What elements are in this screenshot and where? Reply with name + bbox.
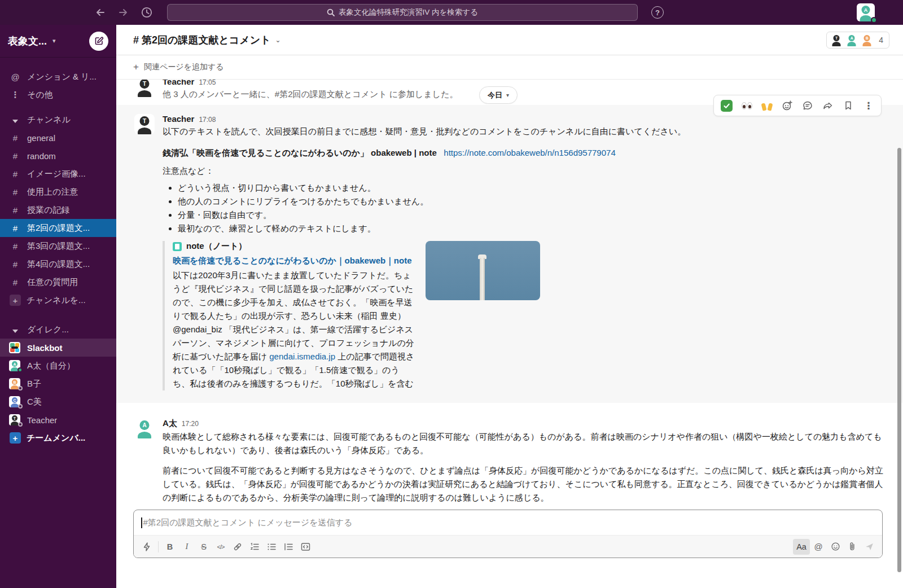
preview-thumbnail-image[interactable] [426,241,540,300]
plus-icon: + [10,432,21,444]
channel-members-button[interactable]: T A B 4 [826,32,889,49]
invite-teammates-button[interactable]: + チームメンバ... [0,429,116,447]
history-back-button[interactable] [94,6,107,19]
search-input[interactable]: 表象文化論特殊研究演習IV 内を検索する [167,4,638,21]
eyes-emoji[interactable] [738,97,756,114]
bullet-item: 他の人のコメントにリプライをつけるかたちでもかまいません。 [178,195,889,208]
formatting-toggle-button[interactable]: Aa [793,539,810,555]
more-actions-icon[interactable]: ⋮ [860,97,878,114]
composer-toolbar: B I S </> Aa @ [134,535,882,558]
sidebar-channel-random[interactable]: #random [0,147,116,165]
dm-name: B子 [27,379,41,389]
strikethrough-icon[interactable]: S [195,539,212,555]
member-avatar-a: A [845,34,858,46]
text-caret [141,517,142,528]
bookmark-bar: + 関連ページを追加する [116,55,903,80]
bold-icon[interactable]: B [161,539,178,555]
channels-section-header[interactable]: チャンネル [0,111,116,129]
note-site-icon [173,242,182,251]
gendai-link[interactable]: gendai.ismedia.jp [269,352,335,361]
sidebar: 表象文... ▾ @ メンション & リ... ⋮ その他 チャンネル #gen… [0,25,116,588]
message-sender[interactable]: A太 [163,418,177,429]
sidebar-channel-image[interactable]: #イメージ画像... [0,165,116,183]
history-menu-button[interactable] [140,6,154,19]
vertical-dots-icon: ⋮ [9,90,21,100]
forward-icon[interactable] [819,97,837,114]
channel-link[interactable]: #第2回の課題文献とコメント [275,89,387,99]
date-label: 今日 [488,90,502,100]
message-text: 以下のテキストを読んで、次回授業日の前日までに感想・疑問・意見・批判などのコメン… [163,125,889,138]
raising-hands-emoji[interactable] [758,97,776,114]
mention-icon[interactable]: @ [810,539,827,555]
slackbot-avatar [9,342,21,353]
message-sender[interactable]: Teacher [163,80,194,86]
hash-icon: # [9,242,21,251]
dm-item-cmi[interactable]: C C美 [0,393,116,411]
channel-label: 第4回の課題文... [27,259,90,270]
sidebar-channel-class-records[interactable]: #授業の記録 [0,201,116,219]
code-icon[interactable]: </> [212,539,229,555]
sidebar-channel-assignment3[interactable]: #第3回の課題文... [0,237,116,255]
add-channel-button[interactable]: + チャンネルを... [0,291,116,309]
link-icon[interactable] [229,539,246,555]
help-button[interactable]: ? [651,6,664,19]
channel-header: # 第2回の課題文献とコメント ⌄ T A B 4 [116,25,903,55]
vertical-scrollbar[interactable] [897,148,901,572]
dm-item-ata-self[interactable]: A A太（自分） [0,357,116,375]
at-icon: @ [9,72,21,82]
date-divider-button[interactable]: 今日 ▾ [479,86,518,104]
composer-input[interactable]: #第2回の課題文献とコメント にメッセージを送信する [134,510,882,536]
hash-icon: # [9,169,21,179]
sidebar-channel-usage-notes[interactable]: #使用上の注意 [0,183,116,201]
plus-icon: + [133,62,139,73]
presence-online-icon [871,17,877,23]
add-channel-label: チャンネルを... [27,295,86,306]
message-timestamp[interactable]: 17:08 [199,116,216,124]
sidebar-channel-assignment2-selected[interactable]: #第2回の課題文... [0,219,116,237]
sidebar-channel-general[interactable]: #general [0,129,116,147]
user-menu-button[interactable]: A [857,3,875,21]
dm-item-slackbot[interactable]: Slackbot [0,339,116,357]
channel-title[interactable]: # 第2回の課題文献とコメント [133,33,271,47]
sidebar-channel-questions[interactable]: #任意の質問用 [0,273,116,291]
search-placeholder: 表象文化論特殊研究演習IV 内を検索する [339,7,478,17]
ata-avatar[interactable]: A [134,418,155,438]
message-timestamp[interactable]: 17:05 [199,80,216,86]
save-icon[interactable] [839,97,857,114]
add-bookmark-button[interactable]: 関連ページを追加する [144,62,224,72]
message-timestamp[interactable]: 17:20 [182,420,199,428]
italic-icon[interactable]: I [178,539,195,555]
compose-button[interactable] [89,32,108,51]
message-actions-toolbar: ⋮ [713,95,882,116]
code-block-icon[interactable] [297,539,314,555]
member-avatar-b: B [861,34,873,46]
sidebar-item-mentions[interactable]: @ メンション & リ... [0,68,116,86]
sidebar-channel-assignment4[interactable]: #第4回の課題文... [0,255,116,273]
ordered-list-icon[interactable] [246,539,263,555]
emoji-icon[interactable] [827,539,844,555]
check-mark-button-emoji[interactable] [717,97,735,114]
bulleted-list-icon[interactable] [263,539,280,555]
bullet-item: 最初なので、練習として軽めのテキストにします。 [178,222,889,235]
attachment-icon[interactable] [844,539,861,555]
preview-title-link[interactable]: 映画を倍速で見ることのなにがわるいのか｜obakeweb｜note [173,256,412,265]
message-composer[interactable]: #第2回の課題文献とコメント にメッセージを送信する B I S </> [133,510,883,558]
workspace-header[interactable]: 表象文... ▾ [0,25,116,58]
note-url-link[interactable]: https://note.com/obakeweb/n/n156d9577907… [444,148,615,157]
blockquote-icon[interactable] [280,539,297,555]
dm-item-bko[interactable]: B B子 [0,375,116,393]
send-icon[interactable] [861,539,878,555]
sidebar-item-more[interactable]: ⋮ その他 [0,86,116,104]
caret-down-icon [9,115,21,125]
channel-label: 任意の質問用 [27,277,78,288]
sidebar-item-label: その他 [27,90,53,100]
history-forward-button[interactable] [116,6,130,19]
dm-section-header[interactable]: ダイレク... [0,321,116,339]
shortcuts-icon[interactable] [138,539,155,555]
dm-item-teacher[interactable]: T Teacher [0,411,116,429]
teacher-avatar[interactable]: T [134,114,155,134]
reply-in-thread-icon[interactable] [799,97,817,114]
cmi-avatar: C [9,396,21,407]
message-sender[interactable]: Teacher [163,114,194,124]
add-reaction-icon[interactable] [778,97,796,114]
